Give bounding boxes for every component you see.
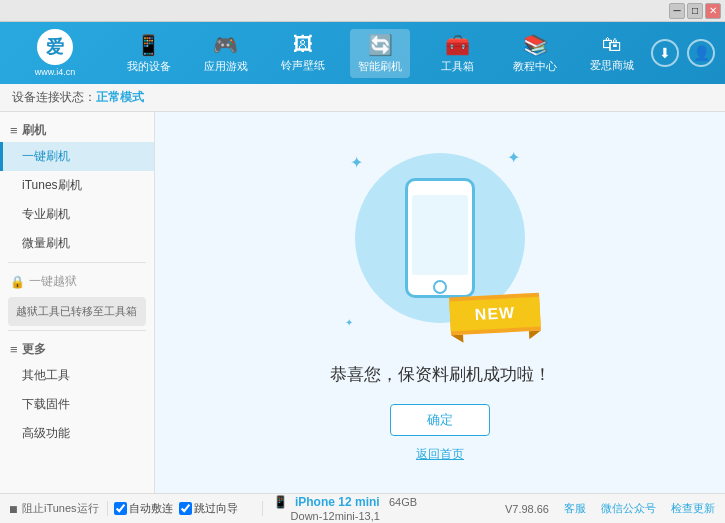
toolbox-icon: 🧰 [445,33,470,57]
more-section-icon: ≡ [10,342,18,357]
sidebar-item-one-key-flash[interactable]: 一键刷机 [0,142,154,171]
section-flash-header: ≡ 刷机 [0,116,154,142]
sparkle-tl-icon: ✦ [350,153,363,172]
status-prefix: 设备连接状态： [12,89,96,106]
stop-itunes-button[interactable]: ⏹ 阻止iTunes运行 [0,501,108,516]
content-area: ✦ ✦ ✦ NEW 恭喜您，保资料刷机成功啦！ 确定 返回首页 [155,112,725,493]
jailbreak-note: 越狱工具已转移至工具箱 [8,297,146,326]
jailbreak-label: 一键越狱 [29,273,77,290]
shop-icon: 🛍 [602,33,622,56]
phone-screen [412,195,468,275]
logo-area: 爱 www.i4.cn [0,29,110,77]
tutorial-icon: 📚 [523,33,548,57]
smart-flash-label: 智能刷机 [358,59,402,74]
flash-section-icon: ≡ [10,123,18,138]
skip-wizard-label[interactable]: 跳过向导 [179,501,238,516]
sidebar-item-download-fw[interactable]: 下载固件 [0,390,154,419]
success-text: 恭喜您，保资料刷机成功啦！ [330,363,551,386]
sidebar-item-pro-flash[interactable]: 专业刷机 [0,200,154,229]
section-more-header: ≡ 更多 [0,335,154,361]
smart-flash-icon: 🔄 [368,33,393,57]
nav-apps-games[interactable]: 🎮 应用游戏 [196,29,256,78]
stop-itunes-icon: ⏹ [8,503,19,515]
close-button[interactable]: ✕ [705,3,721,19]
skip-wizard-text: 跳过向导 [194,501,238,516]
phone-illustration: ✦ ✦ ✦ NEW [340,143,540,343]
header: 爱 www.i4.cn 📱 我的设备 🎮 应用游戏 🖼 铃声壁纸 🔄 智能刷机 … [0,22,725,84]
device-info: 📱 iPhone 12 mini 64GB Down-12mini-13,1 [263,495,495,523]
stop-itunes-label: 阻止iTunes运行 [22,501,99,516]
skip-wizard-checkbox[interactable] [179,502,192,515]
download-button[interactable]: ⬇ [651,39,679,67]
sparkle-tr-icon: ✦ [507,148,520,167]
bottom-status: V7.98.66 客服 微信公众号 检查更新 [495,501,725,516]
device-storage: 64GB [389,496,417,508]
jailbreak-section-header: 🔒 一键越狱 [0,267,154,293]
my-device-label: 我的设备 [127,59,171,74]
sidebar-item-other-tools[interactable]: 其他工具 [0,361,154,390]
auto-connect-checkbox[interactable] [114,502,127,515]
auto-connect-text: 自动敷连 [129,501,173,516]
sidebar-item-advanced[interactable]: 高级功能 [0,419,154,448]
wallpaper-label: 铃声壁纸 [281,58,325,73]
sidebar-divider-2 [8,330,146,331]
logo-icon: 爱 [37,29,73,65]
phone-home-button [433,280,447,294]
nav-toolbox[interactable]: 🧰 工具箱 [428,29,488,78]
sidebar: ≡ 刷机 一键刷机 iTunes刷机 专业刷机 微量刷机 🔒 一键越狱 越狱工具… [0,112,155,493]
sparkle-bl-icon: ✦ [345,317,353,328]
sidebar-item-itunes-flash[interactable]: iTunes刷机 [0,171,154,200]
main-layout: ≡ 刷机 一键刷机 iTunes刷机 专业刷机 微量刷机 🔒 一键越狱 越狱工具… [0,112,725,493]
new-badge: NEW [449,296,540,331]
nav-right: ⬇ 👤 [651,39,725,67]
bottom-checkboxes: 自动敷连 跳过向导 [108,501,263,516]
shop-label: 爱思商城 [590,58,634,73]
auto-connect-label[interactable]: 自动敷连 [114,501,173,516]
confirm-button[interactable]: 确定 [390,404,490,436]
apps-games-icon: 🎮 [213,33,238,57]
nav-items: 📱 我的设备 🎮 应用游戏 🖼 铃声壁纸 🔄 智能刷机 🧰 工具箱 📚 教程中心… [110,29,651,78]
device-name: iPhone 12 mini [295,495,380,509]
wechat-label[interactable]: 微信公众号 [601,501,656,516]
version-label: V7.98.66 [505,503,549,515]
tutorial-label: 教程中心 [513,59,557,74]
apps-games-label: 应用游戏 [204,59,248,74]
phone-body [405,178,475,298]
minimize-button[interactable]: ─ [669,3,685,19]
toolbox-label: 工具箱 [441,59,474,74]
nav-smart-flash[interactable]: 🔄 智能刷机 [350,29,410,78]
my-device-icon: 📱 [136,33,161,57]
nav-wallpaper[interactable]: 🖼 铃声壁纸 [273,29,333,77]
flash-section-label: 刷机 [22,122,46,139]
logo-text: www.i4.cn [35,67,76,77]
user-button[interactable]: 👤 [687,39,715,67]
sidebar-item-micro-flash[interactable]: 微量刷机 [0,229,154,258]
title-bar: ─ □ ✕ [0,0,725,22]
device-version: Down-12mini-13,1 [291,510,380,522]
device-icon: 📱 [273,495,288,509]
status-bar: 设备连接状态： 正常模式 [0,84,725,112]
maximize-button[interactable]: □ [687,3,703,19]
service-label[interactable]: 客服 [564,501,586,516]
bottom-bar: ⏹ 阻止iTunes运行 自动敷连 跳过向导 📱 iPhone 12 mini … [0,493,725,523]
nav-shop[interactable]: 🛍 爱思商城 [582,29,642,77]
return-link[interactable]: 返回首页 [416,446,464,463]
nav-tutorial[interactable]: 📚 教程中心 [505,29,565,78]
wallpaper-icon: 🖼 [293,33,313,56]
nav-my-device[interactable]: 📱 我的设备 [119,29,179,78]
more-section-label: 更多 [22,341,46,358]
check-update-label[interactable]: 检查更新 [671,501,715,516]
status-value: 正常模式 [96,89,144,106]
sidebar-divider-1 [8,262,146,263]
